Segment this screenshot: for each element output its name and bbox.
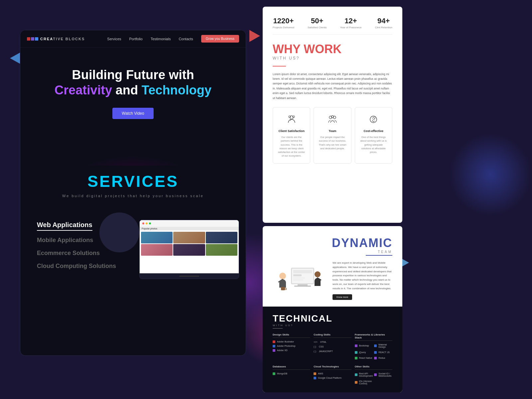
skill-label: jQuery — [359, 351, 366, 353]
nav-testimonials[interactable]: Testimonials — [151, 37, 171, 41]
laptop-photos-grid — [140, 230, 239, 257]
skill-dot — [374, 351, 377, 354]
skill-dot — [355, 351, 357, 354]
dynamic-content: We are expert in developing Web and Mobi… — [273, 261, 392, 300]
skill-react: REACT JS — [374, 351, 392, 354]
stat-retention: 94+ Clint Retention — [375, 17, 392, 29]
watch-video-button[interactable]: Watch Video — [112, 108, 153, 119]
dynamic-section: DYNAMIC TEAM — [263, 226, 402, 307]
dynamic-technical-panel: DYNAMIC TEAM — [263, 226, 402, 392]
skill-label: Redux — [378, 357, 385, 359]
skill-illustrator: Adobe Illustrator — [273, 340, 310, 343]
hero-title-creativity: Creativity — [55, 83, 112, 97]
skill-label: Bootstrap — [359, 344, 369, 347]
photo-thumb-5 — [173, 244, 205, 256]
skill-aws: AWS — [314, 372, 351, 375]
stat-clients: 50+ Satisfied Clients — [308, 17, 327, 29]
skill-dot — [273, 340, 275, 343]
skill-dot — [374, 344, 377, 347]
skill-label: Google Cloud Platform — [318, 377, 341, 379]
nav-portfolio[interactable]: Portfolio — [129, 37, 143, 41]
other-skills-title: Other Skills — [355, 365, 392, 370]
skill-label: Socket IO / WebSockets — [378, 372, 392, 377]
svg-rect-17 — [281, 287, 285, 290]
skill-html: </> HTML — [314, 340, 351, 343]
photo-thumb-6 — [206, 244, 237, 256]
dynamic-illustration — [273, 261, 326, 296]
photo-thumb-2 — [173, 232, 205, 243]
hero-title-line1: Building Future with — [72, 68, 194, 82]
nav-contacts[interactable]: Contacts — [179, 37, 193, 41]
skill-label: JAVASCRIPT — [319, 350, 333, 352]
other-skills-column: Other Skills Rest API Development Socket… — [355, 365, 392, 386]
skill-label: AWS — [318, 372, 323, 375]
service-mobile-label: Mobile Applications — [37, 237, 93, 243]
technical-subtitle: WITH US? — [273, 324, 392, 327]
satisfaction-card-text: Our clients are the partners behind the … — [277, 135, 306, 158]
services-subtitle: We build digital projects that help your… — [34, 194, 232, 198]
photo-thumb-1 — [141, 232, 173, 243]
service-cloud-label: Cloud Computing Solutions — [37, 263, 116, 269]
why-work-panel: 1220+ Projects Delivered 50+ Satisfied C… — [263, 7, 402, 223]
left-website-mockup: CREATIVE BLOCKS Services Portfolio Testi… — [20, 30, 246, 356]
stat-retention-label: Clint Retention — [375, 26, 392, 29]
arrow-top-right-decor — [249, 30, 260, 42]
nav-links: Services Portfolio Testimonials Contacts… — [107, 35, 239, 43]
skill-dot — [374, 357, 377, 359]
team-card-text: Our people impact the success of our bus… — [318, 135, 347, 150]
skill-label: React Native — [359, 357, 372, 359]
stat-projects-number: 1220+ — [273, 17, 294, 25]
hero-title-and: and — [112, 83, 142, 97]
team-card-title: Team — [318, 129, 347, 133]
laptop-dot-red — [142, 222, 144, 224]
stat-retention-number: 94+ — [375, 17, 392, 25]
svg-rect-13 — [293, 277, 305, 279]
know-more-button[interactable]: Know more — [332, 294, 352, 300]
skill-label: IOs (Version Control) — [359, 380, 373, 385]
logo-sq-blue — [35, 37, 38, 41]
hero-orb — [50, 152, 216, 166]
skill-dot — [314, 377, 316, 379]
service-web-label: Web Applications — [37, 221, 92, 231]
why-work-subtitle: WITH US? — [273, 56, 392, 61]
skill-js: ( ) JAVASCRIPT — [314, 350, 351, 353]
stats-bar: 1220+ Projects Delivered 50+ Satisfied C… — [273, 17, 392, 35]
skill-label: REACT JS — [378, 351, 390, 353]
skill-label: Material Design — [378, 343, 392, 348]
skill-version-control: IOs (Version Control) — [355, 380, 373, 385]
skill-jquery: jQuery — [355, 351, 373, 354]
skill-label: MongoDB — [277, 372, 287, 375]
feature-card-team: Team Our people impact the success of ou… — [314, 107, 351, 164]
photo-thumb-4 — [141, 244, 173, 256]
laptop-title-bar: Popular photos — [140, 227, 239, 230]
design-skills-title: Design Skills — [273, 333, 310, 338]
feature-card-satisfaction: Client Satisfaction Our clients are the … — [273, 107, 310, 164]
nav-cta-button[interactable]: Grow you Business — [201, 35, 239, 43]
skill-rest-api: Rest API Development — [355, 372, 373, 377]
skill-mongodb: MongoDB — [273, 372, 310, 375]
why-work-body: Lorem ipsum dolor sit amet, consectetur … — [273, 72, 392, 101]
dynamic-body-text: We are expert in developing Web and Mobi… — [332, 261, 392, 291]
skill-material: Material Design — [374, 343, 392, 348]
laptop-mockup: Popular photos — [139, 220, 239, 279]
logo-text: CREATIVE BLOCKS — [40, 37, 85, 41]
skill-bootstrap: Bootstrap — [355, 343, 373, 348]
databases-title: Databases — [273, 365, 310, 370]
technical-section: TECHNICAL WITH US? Design Skills Adobe I… — [263, 307, 402, 392]
nav-services[interactable]: Services — [107, 37, 121, 41]
skills-grid: Design Skills Adobe Illustrator Adobe Ph… — [273, 333, 392, 361]
skill-label: HTML — [320, 341, 327, 343]
skill-photoshop: Adobe Photoshop — [273, 345, 310, 347]
team-icon — [326, 113, 339, 126]
svg-rect-14 — [293, 279, 303, 281]
technical-divider — [273, 328, 283, 329]
circle-decoration — [99, 212, 139, 252]
feature-cards: Client Satisfaction Our clients are the … — [273, 107, 392, 164]
design-skills-column: Design Skills Adobe Illustrator Adobe Ph… — [273, 333, 310, 361]
logo-sq-red — [27, 37, 30, 41]
hero-title: Building Future with Creativity and Tech… — [34, 67, 232, 98]
laptop-screen: Popular photos — [140, 220, 239, 273]
dynamic-divider — [366, 255, 392, 256]
skill-css: { } CSS — [314, 345, 351, 348]
laptop-dot-yellow — [146, 222, 148, 224]
